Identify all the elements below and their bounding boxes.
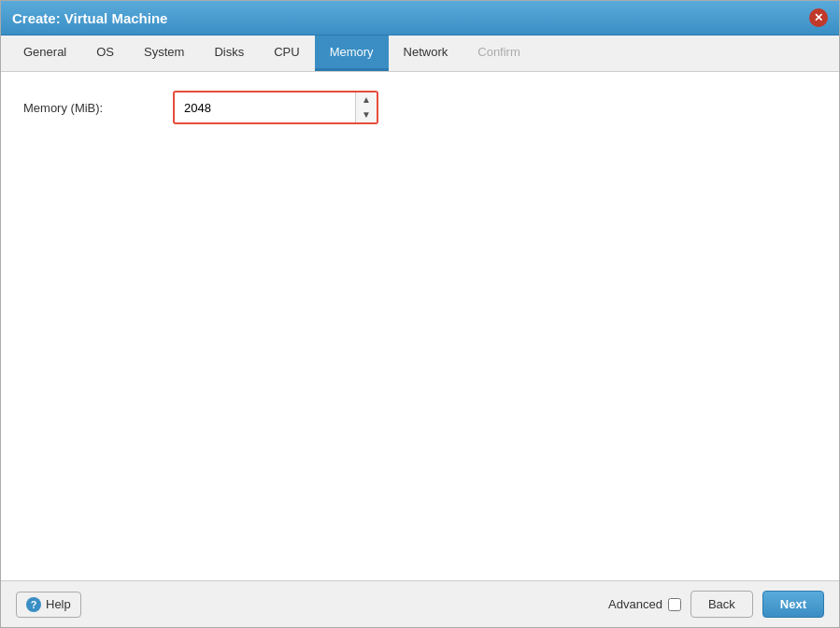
help-label: Help (46, 597, 71, 611)
memory-label: Memory (MiB): (23, 101, 173, 115)
close-button[interactable]: ✕ (809, 8, 828, 27)
tab-general[interactable]: General (8, 36, 81, 71)
spinner-buttons: ▲ ▼ (355, 93, 377, 122)
memory-input[interactable] (175, 95, 355, 121)
dialog-title: Create: Virtual Machine (12, 10, 167, 26)
dialog-body: Memory (MiB): ▲ ▼ (1, 72, 839, 580)
memory-input-wrapper: ▲ ▼ (173, 91, 378, 124)
tab-disks[interactable]: Disks (199, 36, 259, 71)
tab-cpu[interactable]: CPU (259, 36, 314, 71)
tab-memory[interactable]: Memory (315, 36, 389, 71)
footer-right: Advanced Back Next (608, 591, 824, 618)
dialog-footer: ? Help Advanced Back Next (1, 580, 839, 627)
back-button[interactable]: Back (691, 591, 753, 618)
next-button[interactable]: Next (762, 591, 824, 618)
help-button[interactable]: ? Help (16, 592, 81, 618)
tab-system[interactable]: System (129, 36, 199, 71)
create-vm-dialog: Create: Virtual Machine ✕ General OS Sys… (0, 0, 840, 628)
tab-confirm: Confirm (463, 36, 535, 71)
dialog-header: Create: Virtual Machine ✕ (1, 1, 839, 36)
spinner-down-button[interactable]: ▼ (356, 107, 377, 122)
spinner-up-button[interactable]: ▲ (356, 93, 377, 107)
tab-network[interactable]: Network (389, 36, 463, 71)
help-icon: ? (26, 597, 41, 612)
footer-left: ? Help (16, 592, 81, 618)
tabs-bar: General OS System Disks CPU Memory Netwo… (1, 36, 839, 72)
tab-os[interactable]: OS (81, 36, 129, 71)
advanced-checkbox[interactable] (668, 598, 681, 611)
advanced-label: Advanced (608, 597, 681, 611)
advanced-text: Advanced (608, 597, 662, 611)
memory-row: Memory (MiB): ▲ ▼ (23, 91, 817, 124)
